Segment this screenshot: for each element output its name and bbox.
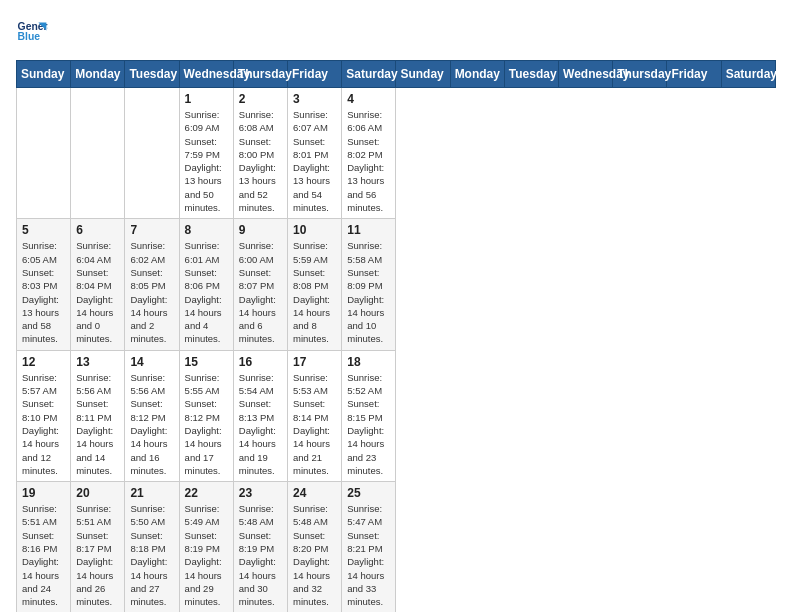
- cell-info: Sunrise: 5:49 AM Sunset: 8:19 PM Dayligh…: [185, 502, 228, 608]
- logo: General Blue: [16, 16, 48, 48]
- cell-info: Sunrise: 6:06 AM Sunset: 8:02 PM Dayligh…: [347, 108, 390, 214]
- day-number: 9: [239, 223, 282, 237]
- column-header-friday: Friday: [288, 61, 342, 88]
- calendar-cell: 5Sunrise: 6:05 AM Sunset: 8:03 PM Daylig…: [17, 219, 71, 350]
- day-number: 10: [293, 223, 336, 237]
- calendar-cell: 4Sunrise: 6:06 AM Sunset: 8:02 PM Daylig…: [342, 88, 396, 219]
- day-number: 11: [347, 223, 390, 237]
- cell-info: Sunrise: 6:08 AM Sunset: 8:00 PM Dayligh…: [239, 108, 282, 214]
- cell-info: Sunrise: 5:56 AM Sunset: 8:11 PM Dayligh…: [76, 371, 119, 477]
- day-number: 3: [293, 92, 336, 106]
- calendar-cell: 14Sunrise: 5:56 AM Sunset: 8:12 PM Dayli…: [125, 350, 179, 481]
- cell-info: Sunrise: 6:02 AM Sunset: 8:05 PM Dayligh…: [130, 239, 173, 345]
- cell-info: Sunrise: 6:00 AM Sunset: 8:07 PM Dayligh…: [239, 239, 282, 345]
- cell-info: Sunrise: 5:51 AM Sunset: 8:16 PM Dayligh…: [22, 502, 65, 608]
- svg-text:Blue: Blue: [18, 31, 41, 42]
- column-header-thursday: Thursday: [613, 61, 667, 88]
- calendar-cell: 20Sunrise: 5:51 AM Sunset: 8:17 PM Dayli…: [71, 482, 125, 612]
- cell-info: Sunrise: 5:56 AM Sunset: 8:12 PM Dayligh…: [130, 371, 173, 477]
- calendar-cell: 25Sunrise: 5:47 AM Sunset: 8:21 PM Dayli…: [342, 482, 396, 612]
- column-header-saturday: Saturday: [342, 61, 396, 88]
- day-number: 16: [239, 355, 282, 369]
- calendar-table: SundayMondayTuesdayWednesdayThursdayFrid…: [16, 60, 776, 612]
- calendar-cell: [125, 88, 179, 219]
- day-number: 21: [130, 486, 173, 500]
- cell-info: Sunrise: 5:53 AM Sunset: 8:14 PM Dayligh…: [293, 371, 336, 477]
- cell-info: Sunrise: 5:58 AM Sunset: 8:09 PM Dayligh…: [347, 239, 390, 345]
- column-header-thursday: Thursday: [233, 61, 287, 88]
- cell-info: Sunrise: 5:52 AM Sunset: 8:15 PM Dayligh…: [347, 371, 390, 477]
- day-number: 5: [22, 223, 65, 237]
- calendar-week-1: 1Sunrise: 6:09 AM Sunset: 7:59 PM Daylig…: [17, 88, 776, 219]
- calendar-cell: 19Sunrise: 5:51 AM Sunset: 8:16 PM Dayli…: [17, 482, 71, 612]
- calendar-cell: 10Sunrise: 5:59 AM Sunset: 8:08 PM Dayli…: [288, 219, 342, 350]
- calendar-cell: 6Sunrise: 6:04 AM Sunset: 8:04 PM Daylig…: [71, 219, 125, 350]
- calendar-cell: 23Sunrise: 5:48 AM Sunset: 8:19 PM Dayli…: [233, 482, 287, 612]
- column-header-sunday: Sunday: [17, 61, 71, 88]
- calendar-cell: 2Sunrise: 6:08 AM Sunset: 8:00 PM Daylig…: [233, 88, 287, 219]
- logo-icon: General Blue: [16, 16, 48, 48]
- day-number: 14: [130, 355, 173, 369]
- cell-info: Sunrise: 6:04 AM Sunset: 8:04 PM Dayligh…: [76, 239, 119, 345]
- calendar-cell: 9Sunrise: 6:00 AM Sunset: 8:07 PM Daylig…: [233, 219, 287, 350]
- calendar-cell: 22Sunrise: 5:49 AM Sunset: 8:19 PM Dayli…: [179, 482, 233, 612]
- calendar-cell: 8Sunrise: 6:01 AM Sunset: 8:06 PM Daylig…: [179, 219, 233, 350]
- day-number: 18: [347, 355, 390, 369]
- column-header-monday: Monday: [71, 61, 125, 88]
- day-number: 22: [185, 486, 228, 500]
- cell-info: Sunrise: 5:54 AM Sunset: 8:13 PM Dayligh…: [239, 371, 282, 477]
- calendar-cell: 21Sunrise: 5:50 AM Sunset: 8:18 PM Dayli…: [125, 482, 179, 612]
- column-header-wednesday: Wednesday: [179, 61, 233, 88]
- day-number: 8: [185, 223, 228, 237]
- cell-info: Sunrise: 5:47 AM Sunset: 8:21 PM Dayligh…: [347, 502, 390, 608]
- cell-info: Sunrise: 6:07 AM Sunset: 8:01 PM Dayligh…: [293, 108, 336, 214]
- day-number: 6: [76, 223, 119, 237]
- cell-info: Sunrise: 6:05 AM Sunset: 8:03 PM Dayligh…: [22, 239, 65, 345]
- day-number: 24: [293, 486, 336, 500]
- cell-info: Sunrise: 6:09 AM Sunset: 7:59 PM Dayligh…: [185, 108, 228, 214]
- calendar-cell: 1Sunrise: 6:09 AM Sunset: 7:59 PM Daylig…: [179, 88, 233, 219]
- calendar-cell: 16Sunrise: 5:54 AM Sunset: 8:13 PM Dayli…: [233, 350, 287, 481]
- cell-info: Sunrise: 5:48 AM Sunset: 8:20 PM Dayligh…: [293, 502, 336, 608]
- day-number: 19: [22, 486, 65, 500]
- day-number: 7: [130, 223, 173, 237]
- day-number: 4: [347, 92, 390, 106]
- column-header-saturday: Saturday: [721, 61, 775, 88]
- day-number: 20: [76, 486, 119, 500]
- cell-info: Sunrise: 5:57 AM Sunset: 8:10 PM Dayligh…: [22, 371, 65, 477]
- calendar-week-3: 12Sunrise: 5:57 AM Sunset: 8:10 PM Dayli…: [17, 350, 776, 481]
- day-number: 13: [76, 355, 119, 369]
- calendar-cell: 15Sunrise: 5:55 AM Sunset: 8:12 PM Dayli…: [179, 350, 233, 481]
- calendar-week-2: 5Sunrise: 6:05 AM Sunset: 8:03 PM Daylig…: [17, 219, 776, 350]
- column-header-monday: Monday: [450, 61, 504, 88]
- calendar-cell: 17Sunrise: 5:53 AM Sunset: 8:14 PM Dayli…: [288, 350, 342, 481]
- column-header-friday: Friday: [667, 61, 721, 88]
- column-header-sunday: Sunday: [396, 61, 450, 88]
- column-header-tuesday: Tuesday: [504, 61, 558, 88]
- day-number: 15: [185, 355, 228, 369]
- day-number: 12: [22, 355, 65, 369]
- cell-info: Sunrise: 5:48 AM Sunset: 8:19 PM Dayligh…: [239, 502, 282, 608]
- calendar-cell: 13Sunrise: 5:56 AM Sunset: 8:11 PM Dayli…: [71, 350, 125, 481]
- cell-info: Sunrise: 6:01 AM Sunset: 8:06 PM Dayligh…: [185, 239, 228, 345]
- day-number: 2: [239, 92, 282, 106]
- day-number: 25: [347, 486, 390, 500]
- calendar-cell: 11Sunrise: 5:58 AM Sunset: 8:09 PM Dayli…: [342, 219, 396, 350]
- column-header-tuesday: Tuesday: [125, 61, 179, 88]
- calendar-cell: [71, 88, 125, 219]
- calendar-cell: [17, 88, 71, 219]
- cell-info: Sunrise: 5:51 AM Sunset: 8:17 PM Dayligh…: [76, 502, 119, 608]
- cell-info: Sunrise: 5:55 AM Sunset: 8:12 PM Dayligh…: [185, 371, 228, 477]
- day-number: 1: [185, 92, 228, 106]
- page-header: General Blue: [16, 16, 776, 48]
- calendar-cell: 3Sunrise: 6:07 AM Sunset: 8:01 PM Daylig…: [288, 88, 342, 219]
- calendar-header-row: SundayMondayTuesdayWednesdayThursdayFrid…: [17, 61, 776, 88]
- calendar-cell: 24Sunrise: 5:48 AM Sunset: 8:20 PM Dayli…: [288, 482, 342, 612]
- calendar-cell: 7Sunrise: 6:02 AM Sunset: 8:05 PM Daylig…: [125, 219, 179, 350]
- calendar-cell: 18Sunrise: 5:52 AM Sunset: 8:15 PM Dayli…: [342, 350, 396, 481]
- day-number: 17: [293, 355, 336, 369]
- column-header-wednesday: Wednesday: [559, 61, 613, 88]
- cell-info: Sunrise: 5:50 AM Sunset: 8:18 PM Dayligh…: [130, 502, 173, 608]
- cell-info: Sunrise: 5:59 AM Sunset: 8:08 PM Dayligh…: [293, 239, 336, 345]
- day-number: 23: [239, 486, 282, 500]
